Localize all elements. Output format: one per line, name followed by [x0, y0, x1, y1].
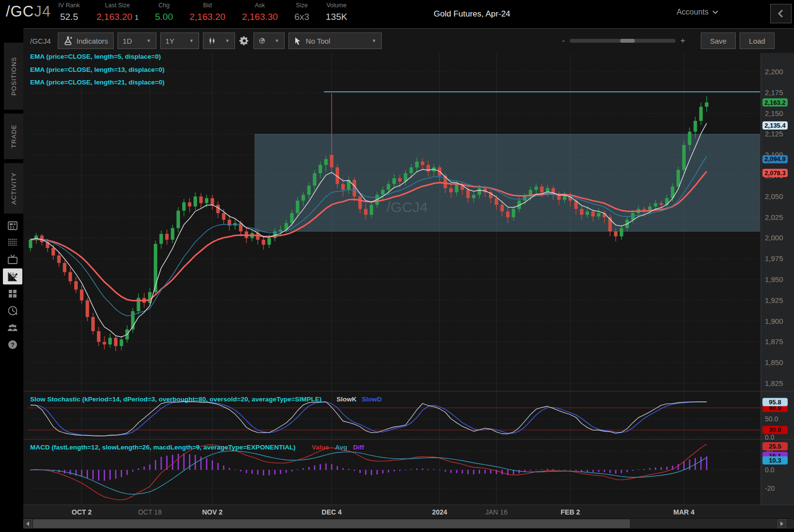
field-last-size: Last Size2,163.201 — [96, 2, 138, 22]
scroll-left-button[interactable] — [23, 519, 32, 528]
macd-diff-bar — [126, 470, 128, 475]
macd-diff-bar — [303, 468, 304, 470]
candle-body — [74, 281, 78, 289]
price-badge-text: 2,163.2 — [764, 99, 785, 106]
time-scrollbar[interactable] — [23, 519, 794, 529]
price-axis-label: 2,050 — [765, 192, 783, 200]
price-axis-label: 2,000 — [765, 233, 783, 242]
macd-diff-bar — [643, 469, 645, 470]
macd-diff-bar — [388, 470, 389, 472]
price-axis-label: 2,200 — [765, 67, 783, 76]
accounts-dropdown[interactable]: Accounts — [676, 8, 719, 17]
chart-type-dropdown[interactable]: ▼ — [203, 33, 235, 49]
ema-study-label[interactable]: EMA (price=CLOSE, length=13, displace=0) — [30, 66, 165, 73]
zoom-slider-thumb[interactable] — [620, 39, 635, 43]
macd-diff-bar — [422, 468, 423, 470]
sidebar-tab-positions[interactable]: POSITIONS — [4, 43, 23, 110]
sidebar-tab-trade[interactable]: TRADE — [4, 114, 23, 159]
macd-diff-bar — [189, 454, 190, 470]
zoom-slider[interactable] — [570, 39, 676, 43]
sidebar-community-icon-button[interactable] — [3, 319, 22, 335]
macd-diff-bar — [575, 470, 577, 471]
indicators-button[interactable]: Indicators — [58, 33, 114, 49]
field-label: Chg — [158, 2, 169, 11]
sidebar-calculator-icon-button[interactable] — [3, 217, 22, 233]
macd-axis-label: -20 — [765, 484, 775, 492]
ema-study-label[interactable]: EMA (price=CLOSE, length=5, displace=0) — [30, 53, 161, 60]
candle-body — [535, 186, 538, 190]
field-value: 2,163.201 — [96, 12, 138, 22]
candle-body — [426, 165, 430, 172]
macd-diff-bar — [604, 470, 605, 472]
chevron-down-icon: ▼ — [269, 38, 279, 43]
candle-body — [102, 342, 106, 344]
candle-body — [693, 121, 697, 132]
candle-body — [319, 165, 322, 173]
macd-diff-bar — [348, 469, 350, 470]
zoom-out-button[interactable]: - — [557, 36, 570, 46]
macd-legend-diff: Diff — [353, 444, 364, 451]
scrollbar-thumb[interactable] — [33, 519, 630, 528]
candle-body — [324, 159, 328, 165]
candle-body — [114, 338, 118, 346]
chart-settings-button[interactable] — [239, 35, 250, 46]
symbol-title: /GCJ4 — [6, 3, 51, 20]
candle-body — [302, 195, 305, 200]
stoch-axis-label: 0.0 — [765, 433, 775, 441]
macd-diff-bar — [376, 470, 378, 474]
macd-diff-bar — [371, 470, 372, 475]
sidebar-list-icon-button[interactable] — [3, 234, 22, 250]
sidebar-tab-label: ACTIVITY — [10, 172, 17, 205]
sidebar-grid-icon-button[interactable] — [3, 285, 22, 301]
macd-diff-bar — [428, 469, 429, 470]
macd-diff-bar — [677, 464, 679, 470]
candle-body — [387, 184, 390, 190]
timeframe-dropdown[interactable]: 1D ▼ — [118, 33, 156, 49]
drawing-tool-dropdown[interactable]: No Tool ▼ — [288, 33, 382, 49]
chart-area[interactable]: 2,2002,1752,1502,1252,1002,0752,0502,025… — [23, 53, 794, 518]
chart-canvas[interactable]: 2,2002,1752,1502,1252,1002,0752,0502,025… — [23, 53, 794, 518]
macd-diff-bar — [683, 462, 685, 470]
time-axis-label: OCT 2 — [72, 508, 92, 516]
sidebar-tv-icon-button[interactable] — [3, 251, 22, 267]
sidebar-chart-icon-button[interactable] — [3, 268, 22, 284]
load-label: Load — [749, 37, 765, 45]
chevron-down-icon: ▼ — [184, 38, 194, 43]
candle-body — [296, 200, 299, 213]
field-iv-rank: IV Rank52.5 — [58, 2, 80, 22]
studies-flask-icon — [63, 36, 73, 46]
candle-body — [455, 184, 458, 192]
price-axis-label: 1,850 — [765, 358, 783, 366]
chevron-left-icon — [777, 9, 785, 18]
sidebar-history-icon-button[interactable] — [3, 302, 22, 318]
macd-diff-bar — [320, 464, 321, 470]
scroll-right-button[interactable] — [777, 519, 786, 528]
candle-body — [199, 197, 203, 203]
symbol-suffix: J4 — [34, 3, 51, 20]
zoom-in-button[interactable]: + — [676, 36, 690, 46]
macd-study-label[interactable]: MACD (fastLength=12, slowLength=26, macd… — [30, 444, 296, 451]
stoch-study-label[interactable]: Slow Stochastic (kPeriod=14, dPeriod=3, … — [30, 396, 321, 403]
macd-diff-bar — [706, 456, 708, 470]
range-dropdown[interactable]: 1Y ▼ — [160, 33, 199, 49]
sidebar-help-icon-button[interactable]: ? — [3, 336, 22, 352]
candle-body — [63, 263, 66, 272]
field-value: 6x3 — [294, 12, 309, 22]
candle-body — [119, 339, 123, 346]
field-chg: Chg5.00 — [155, 2, 173, 22]
ema-study-label[interactable]: EMA (price=CLOSE, length=21, displace=0) — [30, 79, 165, 86]
candle-body — [614, 232, 617, 236]
expand-panel-button[interactable] — [770, 4, 792, 23]
field-volume: Volume135K — [326, 2, 347, 22]
grid-layout-dropdown[interactable]: ▼ — [253, 33, 285, 49]
macd-diff-bar — [655, 467, 657, 470]
save-button[interactable]: Save — [701, 33, 736, 49]
sidebar-tab-activity[interactable]: ACTIVITY — [4, 163, 23, 214]
candle-body — [620, 228, 623, 236]
candle-body — [313, 173, 316, 186]
candle-body — [358, 197, 362, 209]
macd-diff-bar — [615, 470, 617, 474]
macd-diff-bar — [252, 470, 253, 474]
load-button[interactable]: Load — [740, 33, 775, 49]
macd-diff-bar — [365, 470, 367, 475]
